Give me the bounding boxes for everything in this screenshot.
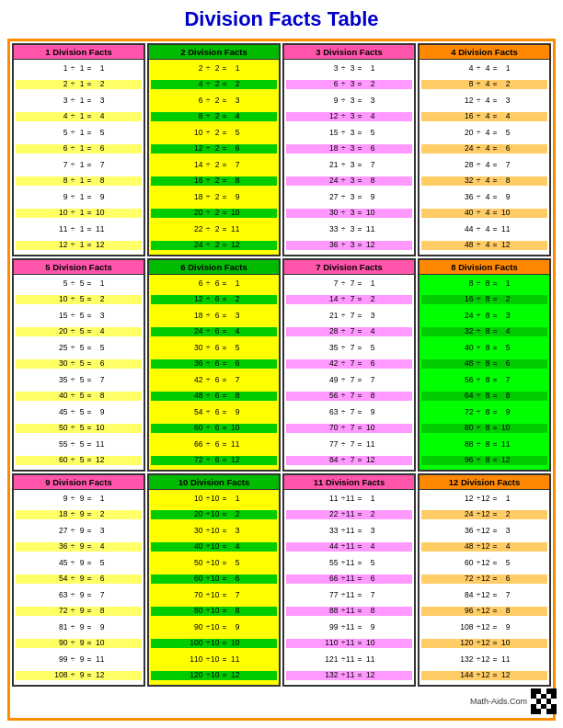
fact-value: ÷: [474, 209, 481, 218]
fact-value: 28: [324, 327, 339, 336]
fact-value: ÷: [339, 639, 346, 648]
fact-row: 108÷9=12: [16, 671, 142, 680]
fact-value: ÷: [339, 591, 346, 600]
fact-value: =: [220, 574, 227, 584]
fact-value: 25: [53, 344, 68, 353]
page-title: Division Facts Table: [184, 7, 378, 31]
fact-value: 1: [362, 279, 375, 289]
fact-row: 16÷2=8: [151, 176, 277, 186]
fact-row: 36÷12=3: [421, 527, 547, 536]
fact-row: 12÷4=3: [421, 97, 547, 106]
fact-value: =: [85, 312, 92, 321]
fact-value: =: [220, 241, 227, 250]
fact-value: =: [355, 225, 362, 234]
fact-value: 2: [211, 80, 220, 89]
fact-value: 10: [92, 639, 105, 648]
fact-value: =: [220, 440, 227, 449]
section-body-9: 9÷9=118÷9=227÷9=336÷9=445÷9=554÷9=663÷9=…: [14, 490, 144, 685]
fact-value: 11: [346, 671, 355, 680]
fact-value: 3: [346, 64, 355, 74]
fact-value: 9: [227, 193, 240, 202]
fact-value: 6: [211, 408, 220, 417]
fact-value: =: [490, 424, 498, 433]
fact-value: ÷: [339, 80, 346, 89]
fact-value: 84: [459, 591, 474, 600]
fact-value: 10: [211, 671, 220, 680]
fact-value: 1: [75, 225, 85, 234]
fact-value: 4: [481, 241, 490, 250]
fact-value: 70: [324, 424, 339, 433]
fact-value: 2: [362, 80, 375, 89]
table-container: 1 Division Facts1÷1=12÷1=23÷1=34÷1=45÷1=…: [7, 39, 556, 721]
fact-row: 18÷3=6: [286, 144, 412, 154]
fact-value: ÷: [203, 241, 211, 250]
fact-value: 8: [459, 279, 474, 289]
fact-value: 30: [324, 209, 339, 218]
fact-value: 12: [481, 527, 490, 536]
section-header-3: 3 Division Facts: [284, 45, 414, 60]
fact-value: ÷: [203, 542, 211, 552]
fact-value: 8: [498, 392, 511, 401]
fact-value: 5: [75, 392, 85, 401]
fact-value: ÷: [339, 64, 346, 74]
fact-value: 66: [189, 440, 203, 449]
fact-value: =: [355, 607, 362, 616]
fact-value: 2: [92, 80, 105, 89]
fact-value: 2: [211, 176, 220, 186]
fact-value: 2: [227, 510, 240, 519]
fact-value: 4: [92, 327, 105, 336]
fact-value: =: [355, 80, 362, 89]
fact-value: 7: [346, 312, 355, 321]
fact-value: ÷: [339, 456, 346, 465]
fact-value: 9: [75, 591, 85, 600]
fact-value: ÷: [474, 408, 481, 417]
fact-value: =: [85, 209, 92, 218]
fact-value: ÷: [474, 574, 481, 584]
fact-value: 30: [53, 359, 68, 369]
fact-value: =: [220, 607, 227, 616]
fact-value: =: [355, 129, 362, 138]
fact-value: ÷: [474, 241, 481, 250]
fact-value: =: [220, 639, 227, 648]
fact-value: ÷: [203, 510, 211, 519]
fact-value: =: [85, 671, 92, 680]
fact-value: =: [85, 510, 92, 519]
fact-value: 40: [459, 344, 474, 353]
section-body-1: 1÷1=12÷1=23÷1=34÷1=45÷1=56÷1=67÷1=78÷1=8…: [14, 60, 144, 255]
fact-value: 5: [92, 344, 105, 353]
section-8: 8 Division Facts8÷8=116÷8=224÷8=332÷8=44…: [418, 258, 551, 472]
fact-value: 35: [53, 376, 68, 385]
fact-row: 7÷1=7: [16, 161, 142, 170]
fact-value: 1: [53, 64, 68, 74]
fact-value: 36: [189, 359, 203, 369]
fact-value: 3: [362, 527, 375, 536]
fact-value: 40: [459, 209, 474, 218]
fact-value: 10: [92, 209, 105, 218]
fact-value: 5: [227, 559, 240, 568]
fact-value: 10: [189, 129, 203, 138]
fact-value: 20: [189, 209, 203, 218]
fact-value: ÷: [339, 129, 346, 138]
fact-value: =: [355, 295, 362, 304]
fact-value: ÷: [339, 112, 346, 121]
fact-row: 15÷5=3: [16, 312, 142, 321]
fact-value: ÷: [339, 527, 346, 536]
fact-value: ÷: [68, 176, 75, 186]
fact-value: =: [355, 495, 362, 504]
fact-value: 1: [227, 64, 240, 74]
fact-value: ÷: [339, 408, 346, 417]
fact-value: 77: [324, 591, 339, 600]
fact-value: =: [85, 542, 92, 552]
fact-value: 2: [362, 295, 375, 304]
fact-value: 7: [346, 327, 355, 336]
fact-value: 3: [346, 161, 355, 170]
fact-value: 4: [481, 64, 490, 74]
fact-value: ÷: [474, 456, 481, 465]
fact-value: 10: [92, 424, 105, 433]
fact-row: 48÷4=12: [421, 241, 547, 250]
fact-row: 14÷7=2: [286, 295, 412, 304]
fact-value: =: [355, 392, 362, 401]
fact-value: 10: [211, 623, 220, 632]
fact-value: =: [490, 639, 498, 648]
fact-value: 11: [227, 225, 240, 234]
